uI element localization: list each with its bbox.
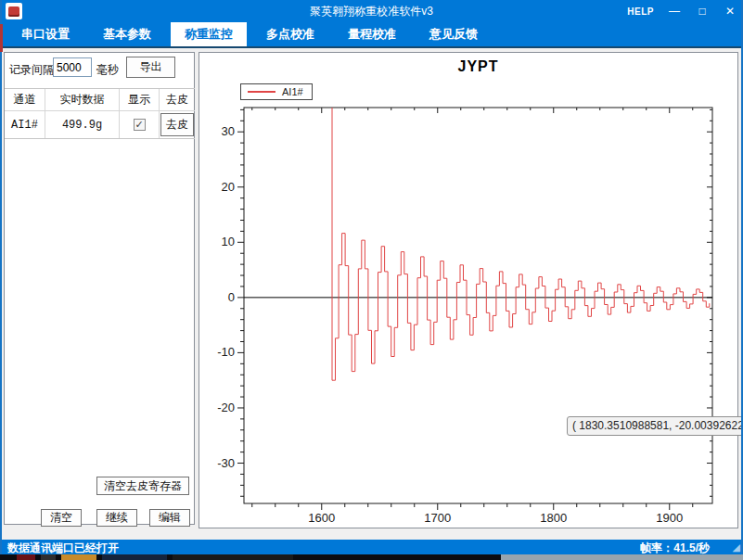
header-realtime-data: 实时数据 (45, 89, 120, 110)
table-header-row: 通道 实时数据 显示 去皮 (5, 89, 195, 110)
tooltip-text: ( 1830.3510988581, -20.003926229 (572, 419, 743, 432)
chart-plot-area[interactable]: 1600170018001900-30-20-100102030 (199, 53, 737, 528)
svg-text:1900: 1900 (656, 511, 683, 525)
interval-label: 记录间隔 (9, 62, 54, 78)
svg-text:-30: -30 (217, 456, 235, 470)
interval-unit-label: 毫秒 (96, 62, 119, 78)
edit-button[interactable]: 编辑 (149, 509, 190, 527)
app-window: 聚英翱翔称重校准软件v3 HELP — □ ✕ 串口设置 基本参数 称重监控 多… (0, 0, 743, 560)
interval-input[interactable] (53, 57, 92, 77)
channel-table: 通道 实时数据 显示 去皮 AI1# 499.9g ✓ 去皮 (5, 88, 195, 139)
taskbar-tile (501, 554, 743, 560)
display-checkbox[interactable]: ✓ (134, 119, 146, 131)
realtime-value: 499.9g (45, 111, 120, 138)
taskbar-tile (102, 554, 167, 560)
header-tare: 去皮 (160, 89, 195, 110)
window-border-left (0, 0, 2, 554)
svg-text:30: 30 (222, 124, 235, 138)
maximize-icon[interactable]: □ (695, 5, 710, 18)
svg-text:1600: 1600 (308, 511, 335, 525)
help-button[interactable]: HELP (627, 6, 654, 17)
titlebar: 聚英翱翔称重校准软件v3 HELP — □ ✕ (0, 0, 743, 22)
background-window-sliver (0, 24, 3, 52)
taskbar-tile (61, 554, 96, 560)
tab-weighing-monitor[interactable]: 称重监控 (171, 22, 247, 46)
chart-panel[interactable]: JYPT AI1# 1600170018001900-30-20-1001020… (199, 52, 738, 528)
header-channel: 通道 (5, 89, 45, 110)
taskbar-tile (41, 554, 56, 560)
svg-text:0: 0 (228, 290, 235, 304)
tare-button[interactable]: 去皮 (160, 113, 194, 136)
tab-serial-settings[interactable]: 串口设置 (7, 22, 83, 46)
channel-name: AI1# (5, 111, 45, 138)
taskbar-tile (173, 554, 293, 560)
clear-tare-register-button[interactable]: 清空去皮寄存器 (96, 477, 189, 495)
svg-text:1800: 1800 (540, 511, 567, 525)
svg-text:10: 10 (222, 235, 235, 248)
tab-multipoint-cal[interactable]: 多点校准 (252, 22, 328, 46)
continue-button[interactable]: 继续 (96, 509, 137, 527)
export-button[interactable]: 导出 (126, 57, 175, 78)
tab-feedback[interactable]: 意见反馈 (416, 22, 492, 46)
header-display: 显示 (120, 89, 160, 110)
clear-button[interactable]: 清空 (41, 509, 82, 527)
svg-text:-20: -20 (217, 401, 235, 414)
chart-tooltip: ( 1830.3510988581, -20.003926229 (567, 416, 743, 436)
minimize-icon[interactable]: — (667, 5, 682, 18)
status-bar: 数据通讯端口已经打开 帧率：41.5/秒 ◢ (0, 540, 743, 554)
table-row: AI1# 499.9g ✓ 去皮 (5, 110, 195, 138)
control-panel: 记录间隔 毫秒 导出 通道 实时数据 显示 去皮 AI1# 499.9g ✓ 去… (4, 52, 195, 525)
svg-text:20: 20 (222, 180, 235, 194)
content-area: 记录间隔 毫秒 导出 通道 实时数据 显示 去皮 AI1# 499.9g ✓ 去… (0, 48, 743, 540)
tab-bar: 串口设置 基本参数 称重监控 多点校准 量程校准 意见反馈 (0, 22, 743, 48)
tab-basic-params[interactable]: 基本参数 (89, 22, 165, 46)
tab-range-cal[interactable]: 量程校准 (334, 22, 410, 46)
close-icon[interactable]: ✕ (723, 5, 737, 18)
taskbar-strip (0, 554, 743, 560)
resize-grip-icon[interactable]: ◢ (733, 541, 740, 554)
svg-text:-10: -10 (217, 345, 235, 359)
taskbar-tile (17, 554, 35, 560)
svg-text:1700: 1700 (424, 511, 451, 525)
